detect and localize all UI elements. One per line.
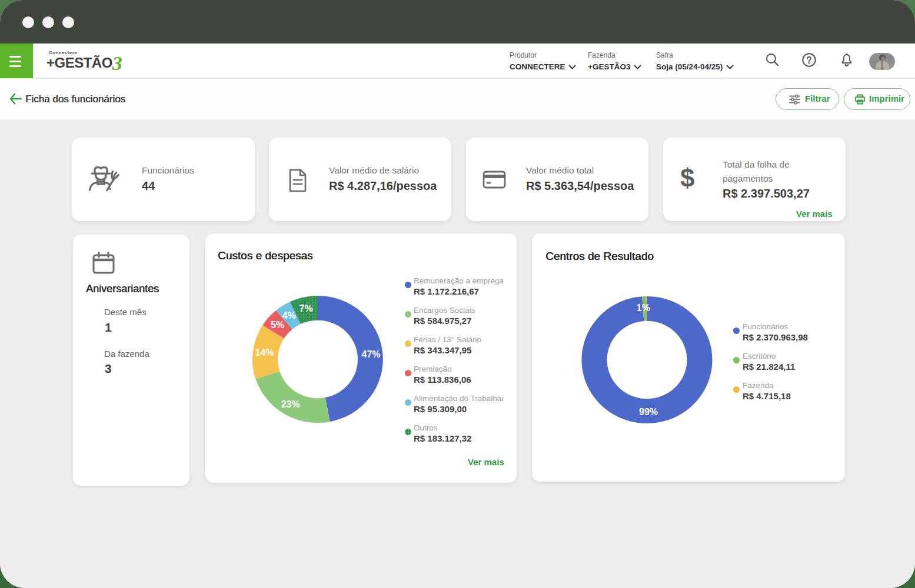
svg-text:99%: 99%	[639, 407, 658, 417]
svg-text:23%: 23%	[281, 399, 300, 409]
svg-text:7%: 7%	[300, 303, 313, 313]
svg-text:14%: 14%	[255, 348, 274, 358]
svg-text:47%: 47%	[362, 349, 381, 359]
svg-text:1%: 1%	[637, 303, 650, 313]
svg-text:4%: 4%	[282, 310, 296, 320]
svg-text:5%: 5%	[271, 320, 284, 330]
